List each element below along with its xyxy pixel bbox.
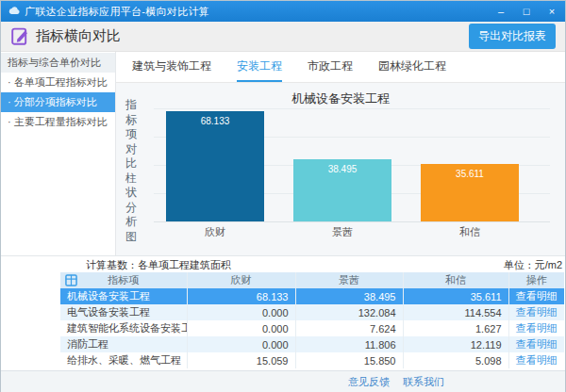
chart-bars: 68.13338.49535.611: [166, 111, 519, 221]
table-row[interactable]: 建筑智能化系统设备安装工程0.0007.6241.627查看明细: [60, 320, 564, 336]
table-header-row: 指标项欣财景茜和信操作: [60, 272, 564, 288]
row-value: 132.084: [295, 304, 403, 320]
row-name: 给排水、采暖、燃气工程: [60, 352, 187, 368]
bar-value-label: 68.133: [166, 111, 264, 126]
window-controls: – □ ×: [495, 7, 558, 17]
maximize-button[interactable]: □: [521, 7, 532, 17]
app-window: 广联达企业指标应用平台-横向对比计算 – □ × 指标横向对比 导出对比报表 指…: [0, 0, 566, 392]
bar-value-label: 35.611: [421, 164, 519, 179]
bar-和信[interactable]: 35.611: [421, 164, 519, 221]
side-label-char: 状: [125, 186, 138, 201]
side-label-char: 分: [125, 201, 138, 216]
row-value: 0.000: [187, 304, 295, 320]
table-row[interactable]: 给排水、采暖、燃气工程15.05915.8505.098查看明细: [60, 352, 564, 368]
category-label-欣财: 欣财: [166, 225, 264, 239]
comparison-table: 指标项欣财景茜和信操作 机械设备安装工程68.13338.49535.611查看…: [60, 272, 564, 368]
tab-bar: 建筑与装饰工程安装工程市政工程园林绿化工程: [116, 52, 565, 83]
sidebar-item-main-quantity[interactable]: · 主要工程量指标对比: [1, 112, 115, 132]
chart-title: 机械设备安装工程: [116, 83, 565, 107]
page-title: 指标横向对比: [36, 27, 121, 45]
titlebar: 广联达企业指标应用平台-横向对比计算 – □ ×: [1, 1, 565, 22]
side-label-char: 图: [125, 230, 138, 245]
table-row[interactable]: 消防工程0.00011.80612.119查看明细: [60, 336, 564, 352]
bar-value-label: 38.495: [293, 159, 391, 174]
app-header: 指标横向对比 导出对比报表: [1, 22, 565, 52]
row-name: 消防工程: [60, 336, 187, 352]
unit-label: 单位：元/m2: [504, 258, 562, 272]
column-header: 指标项: [108, 274, 139, 286]
row-value: 1.627: [403, 320, 508, 336]
side-label-char: 析: [125, 215, 138, 230]
side-label-char: 对: [125, 142, 138, 157]
row-value: 11.806: [295, 336, 403, 352]
bar-chart: 68.13338.49535.611: [154, 108, 550, 221]
row-value: 38.495: [295, 288, 403, 304]
row-value: 68.133: [187, 288, 295, 304]
calc-base-label: 计算基数：各单项工程建筑面积: [86, 258, 231, 272]
category-label-和信: 和信: [421, 225, 519, 239]
tab-0[interactable]: 建筑与装饰工程: [132, 52, 211, 82]
row-value: 0.000: [187, 336, 295, 352]
table-section: 计算基数：各单项工程建筑面积 单位：元/m2 指标项欣财景茜和信操作 机械设备安…: [1, 255, 565, 370]
sidebar-item-single-project[interactable]: · 各单项工程指标对比: [1, 73, 115, 92]
side-label-char: 比: [125, 156, 138, 172]
compare-pen-icon: [10, 26, 30, 46]
table-grid-icon: [65, 274, 77, 286]
view-detail-link[interactable]: 查看明细: [516, 306, 558, 318]
sidebar-item-sub-division[interactable]: · 分部分项指标对比: [1, 92, 115, 112]
row-value: 12.119: [403, 336, 508, 352]
footer-bar: 意见反馈 联系我们: [1, 370, 565, 392]
chart-side-label: 指标项对比柱状分析图: [125, 98, 138, 244]
row-value: 35.611: [403, 288, 508, 304]
content-area: 建筑与装饰工程安装工程市政工程园林绿化工程 指标项对比柱状分析图 机械设备安装工…: [116, 52, 565, 255]
row-value: 15.850: [295, 352, 403, 368]
chart-category-labels: 欣财景茜和信: [166, 225, 519, 239]
bar-欣财[interactable]: 68.133: [166, 111, 264, 221]
main-split: 指标与综合单价对比· 各单项工程指标对比· 分部分项指标对比· 主要工程量指标对…: [1, 52, 565, 255]
row-value: 7.624: [295, 320, 403, 336]
chart-section: 指标项对比柱状分析图 机械设备安装工程 68.13338.49535.611 欣…: [116, 83, 565, 255]
table-meta-row: 计算基数：各单项工程建筑面积 单位：元/m2: [60, 256, 564, 272]
column-header: 景茜: [339, 274, 359, 286]
side-label-char: 指: [125, 98, 138, 113]
category-label-景茜: 景茜: [293, 225, 391, 239]
feedback-link[interactable]: 意见反馈: [348, 375, 390, 389]
view-detail-link[interactable]: 查看明细: [516, 354, 558, 366]
view-detail-link[interactable]: 查看明细: [516, 338, 558, 350]
table-row[interactable]: 机械设备安装工程68.13338.49535.611查看明细: [60, 288, 564, 304]
row-value: 15.059: [187, 352, 295, 368]
side-label-char: 柱: [125, 172, 138, 187]
close-button[interactable]: ×: [546, 7, 558, 17]
view-detail-link[interactable]: 查看明细: [516, 290, 558, 302]
side-label-char: 项: [125, 127, 138, 142]
export-report-button[interactable]: 导出对比报表: [469, 24, 556, 49]
row-name: 电气设备安装工程: [60, 304, 187, 320]
row-value: 114.554: [403, 304, 508, 320]
tab-2[interactable]: 市政工程: [308, 52, 353, 82]
gridline: [154, 221, 550, 222]
tab-1[interactable]: 安装工程: [237, 52, 282, 82]
contact-link[interactable]: 联系我们: [403, 375, 444, 389]
row-value: 0.000: [187, 320, 295, 336]
bar-景茜[interactable]: 38.495: [293, 159, 391, 221]
window-title: 广联达企业指标应用平台-横向对比计算: [25, 5, 209, 19]
sidebar: 指标与综合单价对比· 各单项工程指标对比· 分部分项指标对比· 主要工程量指标对…: [1, 52, 116, 255]
sidebar-item-composite-unit-price[interactable]: 指标与综合单价对比: [1, 53, 115, 73]
column-header: 欣财: [231, 274, 252, 286]
row-value: 5.098: [403, 352, 508, 368]
column-header: 操作: [526, 274, 547, 286]
minimize-button[interactable]: –: [495, 7, 507, 17]
column-header: 和信: [445, 274, 466, 286]
gridline: [154, 108, 550, 109]
side-label-char: 标: [125, 113, 138, 128]
app-logo-icon: [8, 7, 20, 16]
tab-3[interactable]: 园林绿化工程: [378, 52, 446, 82]
row-name: 机械设备安装工程: [60, 288, 187, 304]
row-name: 建筑智能化系统设备安装工程: [60, 320, 187, 336]
table-row[interactable]: 电气设备安装工程0.000132.084114.554查看明细: [60, 304, 564, 320]
view-detail-link[interactable]: 查看明细: [516, 322, 558, 334]
